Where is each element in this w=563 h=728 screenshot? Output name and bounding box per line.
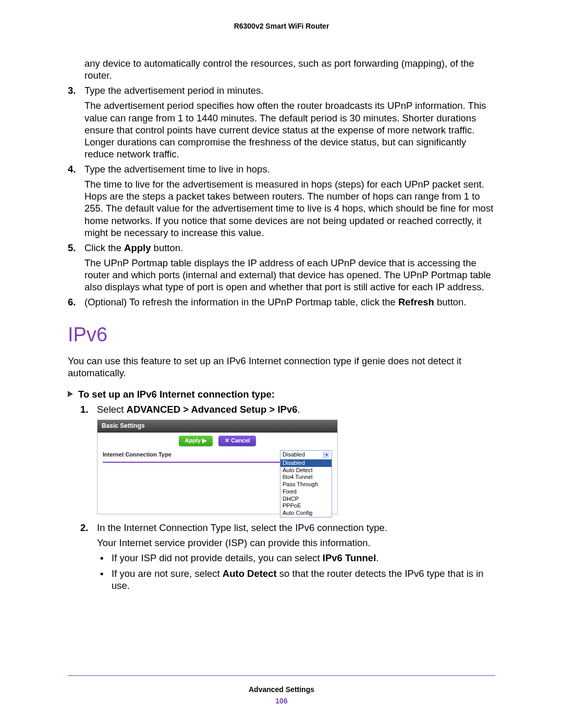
option[interactable]: Auto Detect <box>280 467 332 474</box>
connection-type-select[interactable]: Disabled ▾ Disabled Auto Detect 6to4 Tun… <box>280 450 332 517</box>
option[interactable]: 6to4 Tunnel <box>280 474 332 481</box>
option[interactable]: Disabled <box>280 460 332 467</box>
footer-section-label: Advanced Settings <box>0 685 563 694</box>
step-detail: The UPnP Portmap table displays the IP a… <box>84 257 495 293</box>
text: . <box>376 552 378 563</box>
step-lead: Select ADVANCED > Advanced Setup > IPv6. <box>97 403 495 415</box>
bullet-list: If your ISP did not provide details, you… <box>97 552 495 591</box>
upnp-steps-list: 3. Type the advertisement period in minu… <box>68 84 495 308</box>
list-item: 2. In the Internet Connection Type list,… <box>80 522 495 591</box>
panel-title: Basic Settings <box>97 420 337 433</box>
select-value: Disabled <box>283 451 305 459</box>
text: (Optional) To refresh the information in… <box>84 297 398 307</box>
footer-divider <box>68 675 495 676</box>
text: button. <box>434 297 467 307</box>
list-item: 5. Click the Apply button. The UPnP Port… <box>68 242 495 293</box>
panel-toolbar: Apply ▶ ✕ Cancel <box>97 433 337 451</box>
text: If your ISP did not provide details, you… <box>112 552 323 563</box>
cancel-button[interactable]: ✕ Cancel <box>218 436 256 446</box>
apply-button[interactable]: Apply ▶ <box>179 436 213 446</box>
text: If you are not sure, select <box>112 568 223 579</box>
text: button. <box>151 242 183 253</box>
list-item: 4. Type the advertisement time to live i… <box>68 163 495 239</box>
step-lead: Type the advertisement period in minutes… <box>84 84 495 96</box>
step-lead: (Optional) To refresh the information in… <box>84 296 495 308</box>
step-lead: Click the Apply button. <box>84 242 495 254</box>
apply-word: Apply <box>124 242 151 253</box>
task-heading: To set up an IPv6 Internet connection ty… <box>68 388 495 400</box>
step-number: 4. <box>68 163 76 175</box>
refresh-word: Refresh <box>398 297 434 307</box>
list-item: 1. Select ADVANCED > Advanced Setup > IP… <box>80 403 495 514</box>
ipv6-intro: You can use this feature to set up an IP… <box>68 355 495 379</box>
page-header-product: R6300v2 Smart WiFi Router <box>68 22 495 30</box>
nav-path: ADVANCED > Advanced Setup > IPv6 <box>127 404 298 415</box>
list-item: If your ISP did not provide details, you… <box>97 552 495 564</box>
text: Select <box>97 404 127 415</box>
basic-settings-panel: Basic Settings Apply ▶ ✕ Cancel Internet… <box>97 419 338 514</box>
select-options[interactable]: Disabled Auto Detect 6to4 Tunnel Pass Th… <box>280 459 332 517</box>
text: . <box>298 404 300 415</box>
step-detail: The time to live for the advertisement i… <box>84 178 495 239</box>
ipv6-tunnel-word: IPv6 Tunnel <box>323 552 376 563</box>
option[interactable]: DHCP <box>280 496 332 503</box>
section-heading-ipv6: IPv6 <box>68 323 495 348</box>
footer-page-number: 106 <box>0 697 563 705</box>
list-item: 3. Type the advertisement period in minu… <box>68 84 495 160</box>
intro-continuation: any device to automatically control the … <box>84 57 495 81</box>
ipv6-steps-list: 1. Select ADVANCED > Advanced Setup > IP… <box>80 403 495 591</box>
step-number: 1. <box>80 403 88 415</box>
auto-detect-word: Auto Detect <box>223 568 277 579</box>
option[interactable]: Auto Config <box>280 510 332 517</box>
chevron-down-icon: ▾ <box>323 452 329 459</box>
text: Click the <box>84 242 124 253</box>
list-item: If you are not sure, select Auto Detect … <box>97 567 495 591</box>
chevron-right-icon <box>68 391 73 397</box>
option[interactable]: Fixed <box>280 488 332 496</box>
option[interactable]: PPPoE <box>280 502 332 510</box>
step-number: 2. <box>80 522 88 534</box>
step-number: 5. <box>68 242 76 254</box>
step-number: 6. <box>68 296 76 308</box>
step-lead: In the Internet Connection Type list, se… <box>97 522 495 534</box>
step-detail: The advertisement period specifies how o… <box>84 100 495 160</box>
step-lead: Type the advertisement time to live in h… <box>84 163 495 175</box>
option[interactable]: Pass Through <box>280 481 332 488</box>
task-text: To set up an IPv6 Internet connection ty… <box>78 389 275 400</box>
step-detail: Your Internet service provider (ISP) can… <box>97 537 495 549</box>
step-number: 3. <box>68 84 76 96</box>
list-item: 6. (Optional) To refresh the information… <box>68 296 495 308</box>
